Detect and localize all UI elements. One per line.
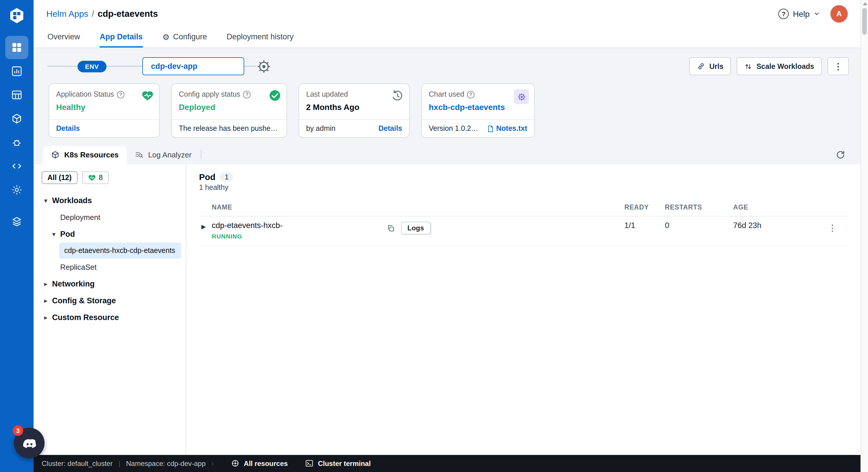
info-icon[interactable]: ? [243,91,251,98]
bug-icon [11,137,23,148]
page-scrollbar[interactable] [861,0,868,472]
tab-configure[interactable]: ⚙ Configure [162,27,207,48]
sidebar-item-chart-store[interactable] [5,107,28,130]
tab-log-analyzer[interactable]: Log Analyzer [127,146,199,165]
last-updated-title: Last updated [306,90,348,98]
statusbar-chevron: › [212,459,214,467]
filter-healthy-chip[interactable]: 8 [82,171,108,184]
package-cube-icon [11,113,23,124]
flow-line [48,66,78,66]
namespace-label: Namespace: cdp-dev-app [126,459,206,467]
kebab-icon: ⋮ [828,223,837,233]
sidebar-item-global-configurations[interactable] [5,178,28,201]
all-resources-button[interactable]: All resources [231,459,288,468]
application-status-value: Healthy [56,102,152,112]
apps-grid-icon [11,42,23,53]
caret-down-icon: ▾ [51,231,57,237]
link-icon [697,62,705,70]
sidebar-item-applications[interactable] [5,36,28,59]
more-actions-button[interactable]: ⋮ [828,57,849,75]
tree-item-replicaset[interactable]: ReplicaSet [39,259,181,275]
help-menu[interactable]: ? Help [778,8,820,19]
code-icon [11,160,23,172]
sidebar-item-stack-details[interactable] [5,210,28,233]
notes-link-label: Notes.txt [496,124,527,132]
tree-item-custom-resource[interactable]: ▸ Custom Resource [39,309,181,326]
table-grid-icon [11,89,23,101]
breadcrumb: Helm Apps / cdp-etaevents [46,8,158,19]
pod-table-row: ▶ cdp-etaevents-hxcb- RUNNING [199,216,848,246]
tree-item-workloads[interactable]: ▾ Workloads [39,192,181,209]
env-pill: ENV [78,60,106,72]
breadcrumb-helm-apps-link[interactable]: Helm Apps [46,9,88,19]
refresh-button[interactable] [832,146,849,165]
tab-overview[interactable]: Overview [48,27,80,48]
copy-name-button[interactable] [385,223,396,234]
pod-restarts-value: 0 [662,216,731,246]
pod-health-summary: 1 healthy [199,183,848,191]
tab-app-details-label: App Details [100,32,143,41]
tree-item-config-storage[interactable]: ▸ Config & Storage [39,292,181,309]
chart-version: Version 1.0.2473... [429,124,482,132]
devtron-logo[interactable] [7,6,27,26]
config-apply-status-message: The release has been pushed ... [179,124,279,132]
info-icon[interactable]: ? [467,91,474,98]
tab-deployment-history[interactable]: Deployment history [226,27,293,48]
row-menu-button[interactable]: ⋮ [825,221,840,234]
gear-icon [11,184,23,196]
copy-icon [386,224,395,232]
tree-item-pod-instance[interactable]: cdp-etaevents-hxcb-cdp-etaevents [59,242,181,259]
app-window: Helm Apps / cdp-etaevents ? Help A Overv… [0,0,868,472]
sidebar-item-resource-browser[interactable] [5,83,28,107]
caret-right-icon: ▸ [43,314,49,321]
application-status-details-link[interactable]: Details [56,124,80,132]
tab-k8s-resources-label: K8s Resources [64,150,119,159]
sidebar-item-charts[interactable] [5,60,28,83]
notes-link[interactable]: Notes.txt [486,124,527,132]
status-bar: Cluster: default_cluster | Namespace: cd… [34,454,861,472]
tab-k8s-resources[interactable]: K8s Resources [43,146,127,165]
chevron-down-icon [814,10,820,17]
tab-app-details[interactable]: App Details [100,27,143,48]
app-tabs: Overview App Details ⚙ Configure Deploym… [34,27,861,48]
tree-item-networking[interactable]: ▸ Networking [39,275,181,292]
filter-all-chip[interactable]: All (12) [42,171,77,184]
application-status-title: Application Status [56,90,114,98]
flow-line [106,66,142,66]
pod-count-badge: 1 [220,172,233,181]
caret-down-icon: ▾ [43,197,49,204]
kebab-icon: ⋮ [834,62,842,70]
last-updated-by: by admin [306,124,335,132]
avatar[interactable]: A [830,5,848,22]
scale-workloads-button[interactable]: Scale Workloads [737,57,822,75]
urls-button[interactable]: Urls [689,57,731,75]
last-updated-value: 2 Months Ago [306,102,402,112]
scale-workloads-label: Scale Workloads [756,62,814,70]
tree-item-label: Deployment [60,213,100,222]
last-updated-card: Last updated 2 Months Ago by admin [299,83,410,138]
row-expand-caret-icon[interactable]: ▶ [202,224,212,230]
info-icon[interactable]: ? [117,91,124,98]
tree-item-deployment[interactable]: Deployment [39,209,181,226]
resource-tree: All (12) 8 ▾ Workloads Deploymen [34,165,186,454]
tree-item-label: Pod [60,230,75,238]
sidebar-item-security[interactable] [5,131,28,154]
pod-name[interactable]: cdp-etaevents-hxcb- [212,221,385,230]
logs-button[interactable]: Logs [401,222,430,234]
cube-icon [51,150,60,159]
cluster-terminal-button[interactable]: Cluster terminal [305,459,371,468]
last-updated-details-link[interactable]: Details [378,124,402,132]
sidebar-item-devtron-stack-manager[interactable] [5,154,28,178]
heart-pulse-icon [141,89,154,102]
resources-wheel-icon [231,459,240,468]
chat-widget-button[interactable]: 3 [14,428,44,459]
scrollbar-thumb[interactable] [862,8,867,35]
scroll-up-arrow[interactable] [863,2,867,5]
env-app-selector[interactable]: cdp-dev-app [142,57,244,75]
scale-arrows-icon [744,62,752,70]
chart-used-value[interactable]: hxcb-cdp-etaevents [429,102,527,112]
check-circle-icon [269,89,281,102]
column-header-name: NAME [199,199,622,216]
k8s-resources-panel: All (12) 8 ▾ Workloads Deploymen [34,165,861,454]
tree-item-pod[interactable]: ▾ Pod [39,226,181,242]
